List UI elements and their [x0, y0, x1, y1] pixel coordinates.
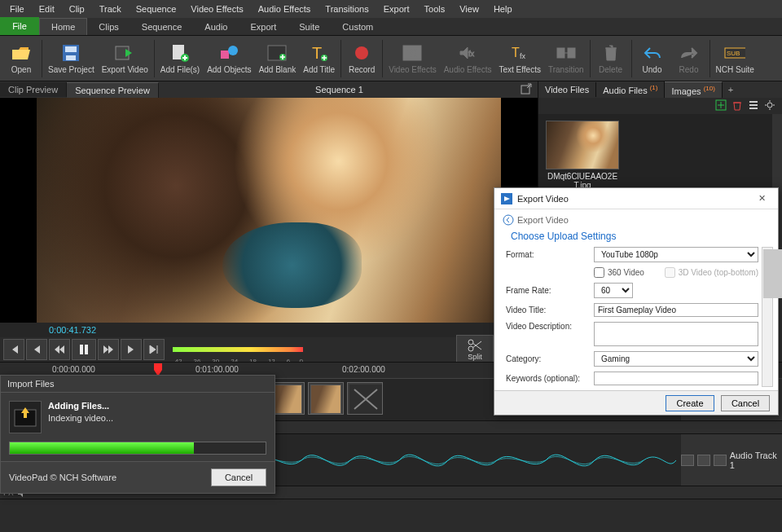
ribbon-tab-export[interactable]: Export [239, 19, 288, 35]
transport-controls: -42 -36 -30 -24 -18 -12 -6 0 Split Snaps… [0, 337, 538, 362]
timeline-clip[interactable] [347, 382, 383, 415]
back-breadcrumb[interactable]: Export Video [494, 209, 778, 227]
svg-text:SUB: SUB [727, 50, 740, 57]
bin-list-icon[interactable] [748, 99, 761, 112]
video-title-input[interactable] [594, 303, 758, 317]
import-status: Indexing video... [48, 413, 113, 423]
redo-button[interactable]: Redo [671, 37, 707, 80]
record-icon [351, 42, 372, 64]
rewind-button[interactable] [49, 339, 70, 360]
menu-track[interactable]: Track [93, 2, 128, 16]
track-toggle[interactable] [681, 455, 694, 466]
delete-button[interactable]: Delete [593, 37, 629, 80]
ribbon-tab-home[interactable]: Home [39, 18, 87, 35]
cancel-button[interactable]: Cancel [211, 468, 266, 486]
timeline-clip[interactable] [308, 382, 344, 415]
menu-view[interactable]: View [453, 2, 485, 16]
record-button[interactable]: Record [344, 37, 380, 80]
go-end-button[interactable] [143, 339, 165, 360]
audio-effects-button[interactable]: fxAudio Effects [441, 37, 495, 80]
ribbon-tab-audio[interactable]: Audio [193, 19, 239, 35]
svg-rect-2 [66, 55, 76, 60]
menu-video-effects[interactable]: Video Effects [184, 2, 249, 16]
svg-text:T: T [312, 44, 322, 62]
framerate-select[interactable]: 60 [594, 283, 633, 298]
tab-clip-preview[interactable]: Clip Preview [0, 82, 67, 97]
undo-icon [642, 42, 663, 64]
next-frame-button[interactable] [121, 339, 142, 360]
add-title-button[interactable]: TAdd Title [300, 37, 338, 80]
svg-rect-6 [221, 51, 229, 59]
forward-button[interactable] [98, 339, 119, 360]
popout-icon[interactable] [520, 82, 534, 97]
track-toggle[interactable] [697, 455, 710, 466]
keywords-input[interactable] [594, 372, 758, 385]
suite-icon: SUB [724, 42, 745, 64]
bin-item[interactable]: DMqt6ClUEAAO2ET.jpg [545, 121, 620, 190]
transition-button[interactable]: Transition [545, 37, 587, 80]
bin-tabs: Video Files Audio Files (1) Images (10) … [538, 81, 782, 98]
tab-audio-files[interactable]: Audio Files (1) [596, 81, 665, 98]
menu-edit[interactable]: Edit [33, 2, 61, 16]
export-icon [114, 42, 135, 64]
text-effects-button[interactable]: TfxText Effects [495, 37, 544, 80]
tab-images[interactable]: Images (10) [665, 81, 722, 99]
save-project-button[interactable]: Save Project [45, 37, 98, 80]
svg-point-7 [228, 46, 238, 55]
menu-transitions[interactable]: Transitions [319, 2, 375, 16]
bin-delete-icon[interactable] [731, 99, 745, 112]
add-file-icon [169, 42, 191, 64]
add-tab-button[interactable]: + [723, 82, 739, 97]
add-blank-button[interactable]: Add Blank [256, 37, 300, 80]
framerate-label: Frame Rate: [506, 286, 589, 295]
track-toggle[interactable] [714, 455, 727, 466]
tab-sequence-preview[interactable]: Sequence Preview [67, 82, 159, 98]
audio-track-label: Audio Track 1 [681, 434, 782, 486]
preview-frame [37, 98, 501, 323]
add-objects-button[interactable]: Add Objects [204, 37, 254, 80]
bin-toolbar [538, 98, 782, 114]
video-effects-button[interactable]: FXVideo Effects [385, 37, 440, 80]
split-button[interactable]: Split [456, 335, 494, 364]
tab-video-files[interactable]: Video Files [538, 82, 596, 97]
format-select[interactable]: YouTube 1080p [594, 247, 758, 262]
ribbon-tabs: File Home Clips Sequence Audio Export Su… [0, 18, 782, 36]
undo-button[interactable]: Undo [635, 37, 670, 80]
menu-sequence[interactable]: Sequence [130, 2, 183, 16]
pause-button[interactable] [72, 339, 96, 360]
video-viewport[interactable] [0, 98, 538, 323]
chk-3d-video[interactable]: 3D Video (top-bottom) [665, 267, 758, 278]
bin-add-icon[interactable] [715, 99, 728, 112]
menu-export[interactable]: Export [377, 2, 416, 16]
category-select[interactable]: Gaming [594, 351, 758, 367]
dialog-title: Export Video [517, 194, 569, 204]
ribbon-file-button[interactable]: File [0, 17, 39, 35]
menu-help[interactable]: Help [487, 2, 519, 16]
close-icon[interactable]: ✕ [752, 191, 771, 206]
fx-audio-icon: fx [457, 42, 478, 64]
keywords-label: Keywords (optional): [506, 374, 589, 383]
bin-settings-icon[interactable] [764, 99, 777, 112]
menu-audio-effects[interactable]: Audio Effects [252, 2, 318, 16]
nch-suite-button[interactable]: SUBNCH Suite [713, 37, 758, 80]
menu-clip[interactable]: Clip [63, 2, 91, 16]
video-desc-input[interactable] [594, 322, 758, 346]
cancel-button[interactable]: Cancel [721, 395, 770, 411]
svg-text:T: T [512, 46, 520, 59]
ribbon-tab-sequence[interactable]: Sequence [130, 19, 194, 35]
ribbon-tab-clips[interactable]: Clips [87, 19, 130, 35]
ribbon-tab-suite[interactable]: Suite [288, 19, 331, 35]
dialog-scrollbar[interactable] [762, 247, 773, 387]
svg-rect-23 [80, 345, 83, 354]
menu-tools[interactable]: Tools [418, 2, 452, 16]
prev-frame-button[interactable] [26, 339, 47, 360]
chk-360-video[interactable]: 360 Video [594, 267, 644, 278]
export-video-button[interactable]: Export Video [99, 37, 152, 80]
menu-file[interactable]: File [3, 2, 31, 16]
open-button[interactable]: Open [3, 37, 39, 80]
ribbon-tab-custom[interactable]: Custom [331, 19, 384, 35]
add-files-button[interactable]: Add File(s) [157, 37, 203, 80]
sequence-title: Sequence 1 [159, 85, 520, 95]
go-start-button[interactable] [3, 339, 24, 360]
create-button[interactable]: Create [666, 395, 714, 411]
